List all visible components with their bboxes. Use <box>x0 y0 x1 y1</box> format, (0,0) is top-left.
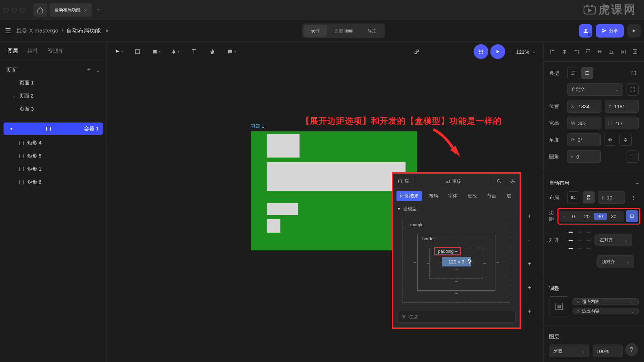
radius-expand-icon[interactable] <box>627 150 639 163</box>
min-dot[interactable] <box>12 8 17 12</box>
align-grid[interactable] <box>567 229 592 251</box>
comment-tool[interactable]: ▾ <box>225 45 238 58</box>
flip-h-icon[interactable] <box>604 134 616 146</box>
add-page-icon[interactable]: + <box>87 66 91 74</box>
rect-shape[interactable] <box>267 134 300 158</box>
distribute-v-icon[interactable] <box>631 47 639 57</box>
page-item[interactable]: ⌄页面 2 <box>0 89 106 103</box>
h-input[interactable]: H217 <box>605 117 639 129</box>
canvas[interactable]: ▾ ▾ ▾ T ▾ − 121% + 容器 1 <box>107 42 543 362</box>
add-rule-icon[interactable]: + <box>528 284 532 292</box>
distribute-h-icon[interactable] <box>619 47 628 57</box>
home-button[interactable] <box>34 3 47 17</box>
tab-components[interactable]: 组件 <box>28 48 38 55</box>
flip-v-icon[interactable] <box>620 134 632 146</box>
close-dot[interactable] <box>4 8 9 12</box>
dev-tab-font[interactable]: 字体 <box>445 191 461 201</box>
text-tool[interactable]: T <box>187 45 201 58</box>
component-icon[interactable] <box>410 45 423 58</box>
dev-tab-layout[interactable]: 布局 <box>425 191 441 201</box>
dev-tab-node[interactable]: 节点 <box>484 191 500 201</box>
angle-input[interactable]: ⟳0° <box>567 133 601 146</box>
zoom-in[interactable]: + <box>532 49 535 55</box>
layer-item[interactable]: 矩形 5 <box>0 149 106 163</box>
breadcrumb-file[interactable]: 自动布局功能 <box>66 27 101 35</box>
dev-review-tab[interactable]: 审核 <box>414 174 492 189</box>
type-container-icon[interactable] <box>581 67 593 79</box>
x-input[interactable]: X-1834 <box>567 100 601 113</box>
remove-rule-icon[interactable]: − <box>528 236 532 244</box>
menu-button[interactable]: ☰ <box>3 27 13 35</box>
custom-select[interactable]: 自定义⌄ <box>567 83 623 96</box>
collapse-pages-icon[interactable]: ⌄ <box>95 66 100 74</box>
zoom-level[interactable]: 121% <box>516 49 529 55</box>
hsizing-select[interactable]: ›‹适应内容⌄ <box>573 298 639 305</box>
tab-layers[interactable]: 图层 <box>7 48 18 55</box>
padding-expand-icon[interactable] <box>626 210 638 222</box>
user-avatar[interactable] <box>579 24 592 38</box>
rect-shape[interactable] <box>267 203 298 215</box>
dev-tab-change[interactable]: 更改 <box>464 191 480 201</box>
play-button[interactable] <box>627 24 641 38</box>
close-icon[interactable]: × <box>84 7 87 13</box>
w-input[interactable]: W302 <box>567 117 601 129</box>
tab-resources[interactable]: 资源库 <box>48 48 64 55</box>
rect-tool[interactable]: ▾ <box>150 45 163 58</box>
pen-tool[interactable]: ▾ <box>168 45 182 58</box>
search-icon[interactable] <box>492 174 506 189</box>
max-dot[interactable] <box>20 8 25 12</box>
new-tab-button[interactable]: + <box>94 6 104 14</box>
help-button[interactable]: ? <box>625 343 638 356</box>
move-tool[interactable]: ▾ <box>112 45 125 58</box>
type-frame-icon[interactable] <box>567 67 579 79</box>
align-top-icon[interactable] <box>584 47 592 57</box>
hand-tool[interactable] <box>206 45 219 58</box>
filter-input[interactable]: 过滤 <box>397 311 516 323</box>
mask-icon[interactable] <box>431 45 444 58</box>
align-hcenter-icon[interactable] <box>560 47 569 57</box>
sizing-diagram[interactable] <box>549 296 569 316</box>
mode-annotate[interactable]: 标注 <box>360 25 384 37</box>
file-tab[interactable]: 自动布局功能 × <box>50 3 92 17</box>
breadcrumb-project[interactable]: 且曼 X mastergo <box>16 27 58 35</box>
add-rule-icon[interactable]: + <box>528 308 532 315</box>
share-button[interactable]: 分享 <box>596 24 624 38</box>
y-input[interactable]: Y1181 <box>605 100 639 113</box>
align-left-icon[interactable] <box>548 47 557 57</box>
rect-shape[interactable] <box>267 219 280 233</box>
valign-select[interactable]: 顶对齐⌄ <box>597 255 634 268</box>
radius-input[interactable]: ⌐0 <box>567 150 601 163</box>
halign-select[interactable]: 左对齐⌄ <box>595 234 632 246</box>
layer-item[interactable]: 矩形 6 <box>0 176 106 189</box>
zoom-out[interactable]: − <box>510 49 513 55</box>
grid-toggle[interactable] <box>474 44 488 59</box>
align-vcenter-icon[interactable] <box>596 47 604 57</box>
gap-input[interactable]: ⫿10 <box>598 191 625 204</box>
layer-container[interactable]: ▾ 容器 1 <box>3 122 103 135</box>
page-item[interactable]: 页面 1 <box>0 76 106 89</box>
mode-design[interactable]: 设计 <box>304 25 327 37</box>
padding-values[interactable]: ▫ 0 20 30 30 <box>560 211 624 222</box>
dev-layer-tab[interactable]: 层 <box>393 174 414 189</box>
layout-v-icon[interactable] <box>583 191 595 203</box>
boxmodel-header[interactable]: ▼盒模型 <box>393 203 520 215</box>
layer-item[interactable]: 矩形 4 <box>0 136 106 149</box>
opacity-input[interactable]: 100% <box>593 345 623 357</box>
layer-item[interactable]: 矩形 1 <box>0 163 106 176</box>
add-rule-icon[interactable]: + <box>528 260 532 268</box>
blend-select[interactable]: 穿透⌄ <box>549 345 589 357</box>
mode-prototype[interactable]: 原型beta <box>327 25 361 37</box>
dev-tab-result[interactable]: 计算结果 <box>396 191 422 201</box>
align-right-icon[interactable] <box>572 47 580 57</box>
gear-icon[interactable] <box>506 174 520 189</box>
vsizing-select[interactable]: ›‹适应内容⌄ <box>573 308 639 314</box>
remove-autolayout-icon[interactable]: − <box>636 180 639 186</box>
gap-more-icon[interactable]: ⋮ <box>628 192 638 202</box>
play-preview[interactable] <box>490 44 505 59</box>
add-rule-icon[interactable]: + <box>528 213 532 220</box>
page-item[interactable]: 页面 3 <box>0 103 106 116</box>
rect-shape[interactable] <box>267 162 406 191</box>
target-icon[interactable] <box>627 83 639 96</box>
dev-tab-layer2[interactable]: 层 <box>503 191 515 201</box>
align-bottom-icon[interactable] <box>607 47 616 57</box>
